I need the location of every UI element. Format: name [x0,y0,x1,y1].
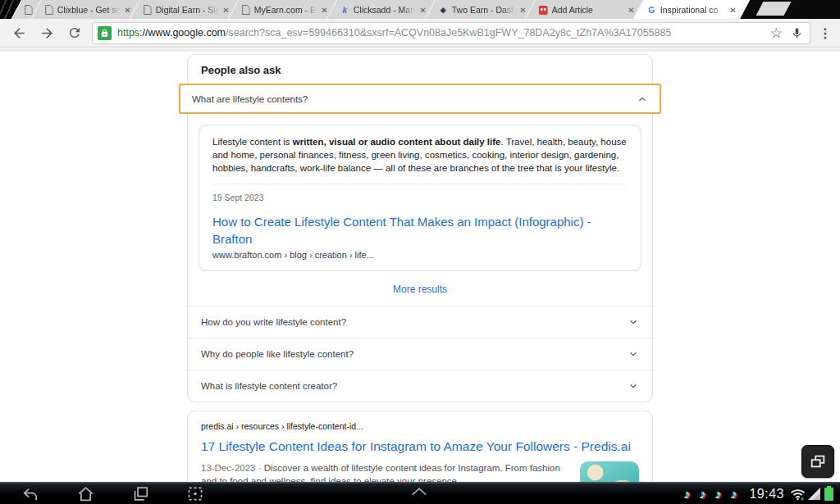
paa-expanded-question[interactable]: What are lifestyle contents? [179,84,661,114]
tabstrip-right-area [745,0,840,19]
tab-myearn[interactable]: MyEarn.com - Ea ✕ [228,0,341,19]
new-tab-button[interactable] [756,2,791,16]
tab-inspirational-active[interactable]: G Inspirational co ✕ [633,0,750,19]
tab-add-article[interactable]: Add Article ✕ [525,0,648,19]
answer-lead: Lifestyle content is [212,137,293,147]
paa-collapsed-question[interactable]: Why do people like lifestyle content? [188,338,652,370]
paa-answer-panel: Lifestyle content is written, visual or … [199,125,641,271]
google-g-favicon: G [647,5,656,14]
tiktok-notification-icon: ♪ [710,487,726,501]
nav-recents-icon[interactable] [132,486,149,502]
result-title-link[interactable]: 17 Lifestyle Content Ideas for Instagram… [201,439,639,454]
document-icon [45,5,53,15]
chevron-down-icon[interactable] [628,380,639,392]
toolbar-hide-caret-icon[interactable] [410,487,428,497]
status-clock: 19:43 [749,487,784,502]
search-result-card: predis.ai › resources › lifestyle-conten… [187,411,653,482]
result-thumbnail-image[interactable] [580,461,639,482]
people-also-ask-card: People also ask What are lifestyle conte… [187,54,653,402]
tab-title: Clicksadd - Man [354,5,416,15]
tab-title: Inspirational co [660,5,726,15]
multi-window-button[interactable] [801,445,834,478]
close-icon[interactable]: ✕ [124,5,132,14]
chevron-up-icon[interactable] [637,93,648,105]
browser-toolbar: https://www.google.com/search?sca_esv=59… [0,19,840,48]
question-text: How do you write lifestyle content? [201,317,346,327]
overflow-menu-icon: ⋮ [819,25,832,41]
secure-lock-icon[interactable] [98,26,112,40]
question-text: What are lifestyle contents? [192,94,308,104]
web-page-content: People also ask What are lifestyle conte… [0,48,840,482]
answer-text: Lifestyle content is written, visual or … [212,135,628,175]
twoearn-favicon: ◈ [439,6,448,14]
close-icon[interactable]: ✕ [729,5,737,14]
close-icon[interactable]: ✕ [222,5,231,14]
document-icon [144,5,152,15]
back-button[interactable] [5,21,33,44]
overflow-menu-button[interactable]: ⋮ [815,21,835,44]
android-nav-bar: ♪ ♪ ♪ ♪ 19:43 [0,482,840,504]
chevron-down-icon[interactable] [628,348,639,360]
answer-date: 19 Sept 2023 [212,184,628,202]
clicksadd-favicon: k [340,5,349,14]
url-host: ://www.google.com [139,27,226,39]
address-bar[interactable]: https://www.google.com/search?sca_esv=59… [92,22,810,44]
question-text: Why do people like lifestyle content? [201,349,354,359]
paa-collapsed-question[interactable]: What is lifestyle content creator? [188,370,652,402]
signal-strength-icon [808,488,821,500]
forward-arrow-icon [39,25,55,41]
question-text: What is lifestyle content creator? [201,381,337,391]
close-icon[interactable]: ✕ [628,5,636,14]
people-also-ask-header: People also ask [188,55,652,84]
tab-digital-earn[interactable]: Digital Earn - Sig ✕ [130,0,243,19]
url-scheme: https [117,27,139,39]
reload-icon [67,25,82,40]
tiktok-notification-icon: ♪ [695,487,710,501]
answer-source-link[interactable]: How to Create Lifestyle Content That Mak… [212,213,628,247]
more-results-link[interactable]: More results [188,271,652,306]
tablet-screen: Clixblue - Get so ✕ Digital Earn - Sig ✕… [0,0,840,504]
result-breadcrumb: predis.ai › resources › lifestyle-conten… [201,421,639,431]
answer-bold: written, visual or audio content about d… [293,137,501,147]
tab-title: Add Article [552,5,624,15]
toolbar-shadow [0,48,840,52]
document-icon [25,5,33,15]
addarticle-favicon [539,5,548,14]
tab-title: Digital Earn - Sig [156,5,219,15]
tab-two-earn[interactable]: ◈ Two Earn - Dash ✕ [425,0,540,19]
tiktok-notification-icon: ♪ [726,487,742,501]
browser-tab-strip: Clixblue - Get so ✕ Digital Earn - Sig ✕… [0,0,840,19]
document-icon [242,5,250,15]
wifi-icon [790,488,806,501]
voice-search-mic-icon[interactable] [791,27,803,39]
reload-button[interactable] [61,21,89,44]
bookmark-star-icon[interactable]: ☆ [770,26,783,40]
tab-title: Clixblue - Get so [57,5,121,15]
url-path: /search?sca_esv=599466310&sxsrf=ACQVn08a… [226,27,671,39]
tab-clixblue[interactable]: Clixblue - Get so ✕ [31,0,144,19]
nav-home-icon[interactable] [77,486,94,502]
result-snippet: 13-Dec-2023 · Discover a wealth of lifes… [201,461,567,482]
tab-title: MyEarn.com - Ea [254,5,317,15]
close-icon[interactable]: ✕ [321,5,329,14]
url-text: https://www.google.com/search?sca_esv=59… [117,27,762,39]
answer-source-url: www.brafton.com › blog › creation › life… [212,250,628,260]
close-icon[interactable]: ✕ [419,5,427,14]
multi-window-icon [809,452,827,470]
snippet-separator: · [255,463,263,473]
result-date: 13-Dec-2023 [201,463,255,473]
chevron-down-icon[interactable] [628,316,639,328]
nav-capture-icon[interactable] [187,486,203,502]
tiktok-notification-icon: ♪ [679,487,695,501]
paa-collapsed-question[interactable]: How do you write lifestyle content? [188,306,652,338]
close-icon[interactable]: ✕ [519,5,527,14]
forward-button[interactable] [33,21,61,44]
battery-icon [824,488,833,501]
status-cluster: ♪ ♪ ♪ ♪ 19:43 [679,484,836,504]
tab-clicksadd[interactable]: k Clicksadd - Man ✕ [326,0,440,19]
tab-title: Two Earn - Dash [452,5,516,15]
nav-back-icon[interactable] [21,487,39,502]
back-arrow-icon [11,25,27,41]
